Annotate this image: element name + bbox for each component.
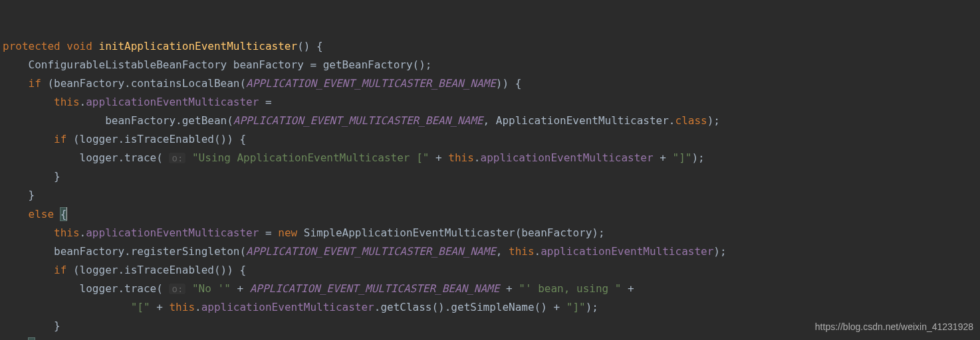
code-line: logger.trace( o: "Using ApplicationEvent… (3, 151, 705, 164)
code-line: else { (3, 208, 67, 220)
watermark: https://blog.csdn.net/weixin_41231928 (815, 317, 973, 336)
code-line: } (3, 170, 61, 183)
code-line: ConfigurableListableBeanFactory beanFact… (3, 58, 431, 71)
code-line: if (beanFactory.containsLocalBean(APPLIC… (3, 77, 521, 90)
code-line: this.applicationEventMulticaster = (3, 96, 272, 108)
code-line: this.applicationEventMulticaster = new S… (3, 226, 605, 239)
code-editor[interactable]: protected void initApplicationEventMulti… (0, 0, 980, 340)
current-line-highlight (0, 167, 980, 186)
param-hint: o: (169, 284, 185, 294)
code-line: beanFactory.getBean(APPLICATION_EVENT_MU… (3, 114, 720, 127)
code-line: } (3, 189, 35, 201)
code-line: } (3, 319, 61, 332)
code-line: logger.trace( o: "No '" + APPLICATION_EV… (3, 282, 634, 295)
code-line: if (logger.isTraceEnabled()) { (3, 133, 246, 145)
code-line: "[" + this.applicationEventMulticaster.g… (3, 301, 598, 313)
code-line: if (logger.isTraceEnabled()) { (3, 264, 246, 276)
code-line: beanFactory.registerSingleton(APPLICATIO… (3, 245, 727, 258)
param-hint: o: (169, 153, 185, 163)
text-caret (66, 207, 67, 220)
code-line: protected void initApplicationEventMulti… (3, 40, 323, 52)
